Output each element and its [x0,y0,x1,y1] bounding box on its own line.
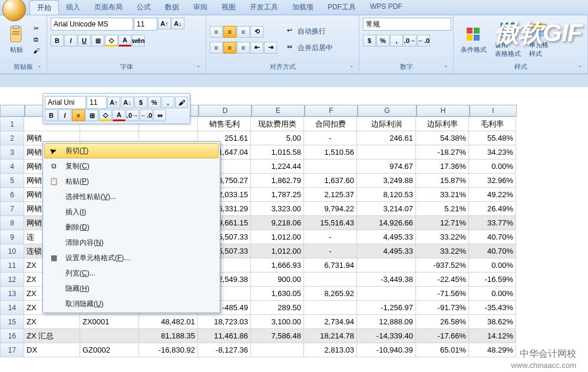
cell[interactable]: 49.22% [469,188,516,202]
cell[interactable]: 2,125.37 [304,188,357,202]
cell[interactable]: 0.00% [469,287,516,301]
cell[interactable]: 81,188.35 [139,329,198,343]
row-header[interactable]: 7 [1,202,24,216]
cell[interactable]: 15,516.43 [304,216,357,230]
cell[interactable]: 2,813.03 [304,343,357,357]
row-header[interactable]: 9 [1,230,24,244]
cell[interactable]: 1,787.25 [251,188,304,202]
orientation-icon[interactable]: ⟲ [250,26,263,38]
underline-button[interactable]: U [78,35,91,46]
row-header[interactable]: 12 [1,273,24,287]
cell[interactable]: - [304,131,357,145]
cell[interactable]: 38.62% [469,315,516,329]
cell[interactable]: 26.58% [416,315,469,329]
cell[interactable]: 40.70% [469,244,516,258]
mini-bold-button[interactable]: B [45,109,58,121]
cell[interactable]: -18.27% [416,145,469,160]
font-color-button[interactable]: A [118,35,131,46]
cell[interactable] [251,343,304,357]
wrap-text-icon[interactable]: ↩ [285,26,294,35]
tab-formulas[interactable]: 公式 [130,0,158,15]
wrap-text-label[interactable]: 自动换行 [295,25,328,38]
header-cell[interactable]: 合同扣费 [304,117,357,131]
row-header[interactable]: 10 [1,244,24,258]
header-cell[interactable]: 边际利润 [357,117,416,131]
tab-wps-pdf[interactable]: WPS PDF [363,0,409,15]
cell[interactable]: 3,100.00 [251,315,304,329]
font-size-combo[interactable] [134,18,157,31]
cell[interactable]: ZX 汇总 [24,329,80,343]
tab-data[interactable]: 数据 [158,0,186,15]
cell[interactable] [357,287,416,301]
cell[interactable]: -1,256.97 [357,301,416,315]
cell[interactable]: 974.67 [357,160,416,174]
cell[interactable]: 1,224.44 [251,160,304,174]
mini-align-center-button[interactable]: ≡ [72,109,85,121]
mini-format-painter-icon[interactable]: 🖌 [175,97,188,108]
cell[interactable]: 34.23% [469,145,516,160]
cell[interactable]: GZ0002 [80,343,139,357]
context-menu-item-插入[interactable]: 插入(I) [44,204,219,220]
accounting-format-icon[interactable]: $ [363,35,376,46]
cell[interactable]: -71.56% [416,287,469,301]
cell[interactable]: 0.00% [469,160,516,174]
tab-addins[interactable]: 加载项 [285,0,321,15]
cell[interactable]: 48,482.01 [139,315,198,329]
row-header[interactable]: 2 [1,131,24,145]
row-header[interactable]: 11 [1,258,24,273]
cell[interactable]: 65.01% [416,343,469,357]
cell[interactable]: -22.45% [416,273,469,287]
context-menu-item-列宽[interactable]: 列宽(C)... [44,265,219,281]
cell[interactable]: 17.36% [416,160,469,174]
copy-icon[interactable]: ⧉ [31,35,41,44]
conditional-formatting-button[interactable]: 条件格式 [457,24,490,55]
context-menu-item-粘贴[interactable]: 📋粘贴(P) [44,174,219,189]
tab-review[interactable]: 审阅 [186,0,214,15]
merge-center-label[interactable]: 合并后居中 [295,42,335,54]
mini-dec-decimal-icon[interactable]: ←.0 [140,109,153,121]
cell[interactable]: 14,926.66 [357,216,416,230]
cell[interactable] [304,273,357,287]
cell[interactable]: 9,794.22 [304,202,357,216]
align-middle-icon[interactable]: ≡ [223,26,236,38]
increase-indent-icon[interactable]: ⇥ [264,42,277,54]
align-center-icon[interactable]: ≡ [223,42,236,54]
font-name-combo[interactable] [51,18,133,31]
context-menu-item-设置单元格格式[interactable]: ▦设置单元格格式(F)... [44,250,219,265]
cell[interactable]: -17.66% [416,329,469,343]
context-menu-item-取消隐藏[interactable]: 取消隐藏(U) [44,296,219,311]
header-cell[interactable]: 现款费用类 [251,117,304,131]
cell[interactable]: -35.43% [469,301,516,315]
cell[interactable]: ZX0001 [80,315,139,329]
cell[interactable]: -10,940.39 [357,343,416,357]
cell[interactable]: 900.00 [251,273,304,287]
cell[interactable]: 33.21% [416,188,469,202]
cell[interactable]: -937.52% [416,258,469,273]
cell[interactable]: 55.48% [469,131,516,145]
column-header-F[interactable]: F [305,105,358,117]
comma-format-icon[interactable]: , [390,35,403,46]
tab-page-layout[interactable]: 页面布局 [87,0,130,15]
mini-border-button[interactable]: ⊞ [85,109,98,121]
cell[interactable]: 14.12% [469,329,516,343]
cut-icon[interactable]: ✂ [31,24,41,33]
cell[interactable]: 2,734.94 [304,315,357,329]
cell[interactable]: 1,630.05 [251,287,304,301]
cell[interactable]: 12,888.09 [357,315,416,329]
cell[interactable]: - [304,244,357,258]
cell[interactable]: 7,586.48 [251,329,304,343]
cell[interactable]: 1,510.56 [304,145,357,160]
number-format-combo[interactable] [363,18,451,31]
cell[interactable]: -91.73% [416,301,469,315]
cell[interactable]: 4,495.33 [357,230,416,244]
cell[interactable]: -16.59% [469,273,516,287]
context-menu-item-删除[interactable]: 删除(D) [44,220,219,235]
cell[interactable]: 0.00% [469,258,516,273]
merge-center-icon[interactable]: ⇔ [285,42,294,52]
mini-font-color-button[interactable]: A [113,109,125,121]
mini-comma-icon[interactable]: , [161,97,174,108]
mini-grow-font-icon[interactable]: A↑ [107,97,120,108]
context-menu-item-选择性粘贴[interactable]: 选择性粘贴(V)... [44,189,219,204]
cell[interactable]: 6,731.94 [304,258,357,273]
column-header-I[interactable]: I [470,105,517,117]
